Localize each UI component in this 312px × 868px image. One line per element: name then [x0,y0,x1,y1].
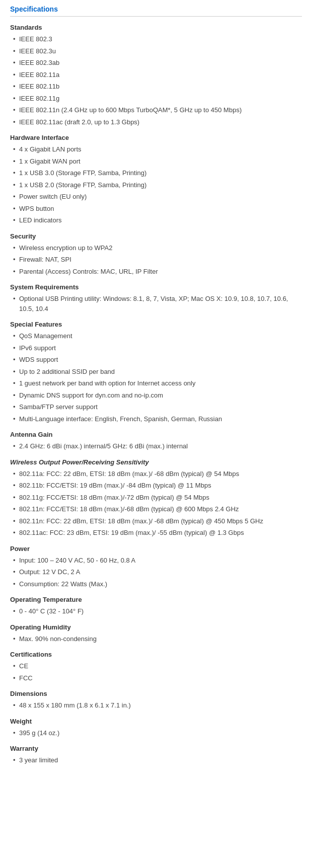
section-warranty: Warranty3 year limited [10,745,302,765]
section-list-system-requirements: Optional USB Printing utility: Windows: … [10,294,302,313]
list-item: 1 x Gigabit WAN port [10,156,302,167]
section-operating-humidity: Operating HumidityMax. 90% non-condensin… [10,623,302,644]
section-list-certifications: CEFCC [10,661,302,683]
section-special-features: Special FeaturesQoS ManagementIPv6 suppo… [10,321,302,424]
list-item: Consumption: 22 Watts (Max.) [10,579,302,589]
list-item: IEEE 802.3ab [10,58,302,68]
list-item: IEEE 802.11b [10,82,302,92]
section-power: PowerInput: 100 – 240 V AC, 50 - 60 Hz, … [10,545,302,589]
section-wireless-output: Wireless Output Power/Receiving Sensitiv… [10,458,302,538]
page-container: Specifications StandardsIEEE 802.3IEEE 8… [0,0,312,782]
section-list-power: Input: 100 – 240 V AC, 50 - 60 Hz, 0.8 A… [10,556,302,589]
list-item: IEEE 802.3u [10,46,302,56]
list-item: 802.11g: FCC/ETSI: 18 dBm (max.)/-72 dBm… [10,493,302,503]
list-item: Power switch (EU only) [10,192,302,202]
list-item: 4 x Gigabit LAN ports [10,144,302,154]
sections-container: StandardsIEEE 802.3IEEE 802.3uIEEE 802.3… [10,24,302,765]
section-title-wireless-output: Wireless Output Power/Receiving Sensitiv… [10,458,302,466]
section-title-dimensions: Dimensions [10,690,302,697]
section-list-dimensions: 48 x 155 x 180 mm (1.8 x 6.1 x 7.1 in.) [10,700,302,711]
list-item: Max. 90% non-condensing [10,634,302,644]
list-item: LED indicators [10,215,302,225]
list-item: Input: 100 – 240 V AC, 50 - 60 Hz, 0.8 A [10,556,302,566]
list-item: FCC [10,673,302,683]
list-item: Optional USB Printing utility: Windows: … [10,294,302,313]
section-list-warranty: 3 year limited [10,755,302,765]
section-list-standards: IEEE 802.3IEEE 802.3uIEEE 802.3abIEEE 80… [10,34,302,127]
list-item: 0 - 40° C (32 - 104° F) [10,606,302,616]
list-item: 802.11ac: FCC: 23 dBm, ETSI: 19 dBm (max… [10,528,302,538]
section-standards: StandardsIEEE 802.3IEEE 802.3uIEEE 802.3… [10,24,302,127]
list-item: 802.11a: FCC: 22 dBm, ETSI: 18 dBm (max.… [10,469,302,479]
list-item: 1 guest network per band with option for… [10,378,302,388]
list-item: Up to 2 additional SSID per band [10,367,302,377]
section-list-weight: 395 g (14 oz.) [10,728,302,738]
section-list-antenna-gain: 2.4 GHz: 6 dBi (max.) internal/5 GHz: 6 … [10,441,302,451]
section-list-special-features: QoS ManagementIPv6 supportWDS supportUp … [10,331,302,424]
section-title-antenna-gain: Antenna Gain [10,431,302,438]
section-dimensions: Dimensions48 x 155 x 180 mm (1.8 x 6.1 x… [10,690,302,711]
list-item: 802.11n: FCC: 22 dBm, ETSI: 18 dBm (max.… [10,516,302,526]
list-item: IEEE 802.11n (2.4 GHz up to 600 Mbps Tur… [10,105,302,115]
list-item: CE [10,661,302,671]
section-title-security: Security [10,232,302,240]
section-title-special-features: Special Features [10,321,302,328]
list-item: IEEE 802.11g [10,94,302,104]
list-item: IEEE 802.11ac (draft 2.0, up to 1.3 Gbps… [10,117,302,127]
page-title: Specifications [10,5,302,17]
section-list-wireless-output: 802.11a: FCC: 22 dBm, ETSI: 18 dBm (max.… [10,469,302,538]
section-title-hardware-interface: Hardware Interface [10,134,302,141]
section-title-system-requirements: System Requirements [10,283,302,291]
list-item: 802.11n: FCC/ETSI: 18 dBm (max.)/-68 dBm… [10,504,302,514]
list-item: WDS support [10,355,302,365]
list-item: Wireless encryption up to WPA2 [10,243,302,253]
list-item: Parental (Access) Controls: MAC, URL, IP… [10,267,302,277]
list-item: IEEE 802.11a [10,70,302,80]
list-item: Multi-Language interface: English, Frenc… [10,414,302,424]
list-item: 802.11b: FCC/ETSI: 19 dBm (max.)/ -84 dB… [10,481,302,491]
list-item: Firewall: NAT, SPI [10,255,302,265]
section-antenna-gain: Antenna Gain2.4 GHz: 6 dBi (max.) intern… [10,431,302,451]
section-security: SecurityWireless encryption up to WPA2Fi… [10,232,302,277]
list-item: 48 x 155 x 180 mm (1.8 x 6.1 x 7.1 in.) [10,700,302,711]
section-title-warranty: Warranty [10,745,302,752]
section-title-certifications: Certifications [10,651,302,658]
list-item: QoS Management [10,331,302,341]
section-title-weight: Weight [10,718,302,725]
list-item: IPv6 support [10,343,302,353]
section-operating-temperature: Operating Temperature0 - 40° C (32 - 104… [10,596,302,616]
list-item: 2.4 GHz: 6 dBi (max.) internal/5 GHz: 6 … [10,441,302,451]
section-title-standards: Standards [10,24,302,31]
section-system-requirements: System RequirementsOptional USB Printing… [10,283,302,313]
list-item: WPS button [10,204,302,214]
section-list-hardware-interface: 4 x Gigabit LAN ports1 x Gigabit WAN por… [10,144,302,225]
list-item: Dynamic DNS support for dyn.com and no-i… [10,390,302,401]
list-item: Samba/FTP server support [10,402,302,412]
section-title-operating-humidity: Operating Humidity [10,623,302,631]
section-title-operating-temperature: Operating Temperature [10,596,302,603]
list-item: 395 g (14 oz.) [10,728,302,738]
section-list-security: Wireless encryption up to WPA2Firewall: … [10,243,302,277]
section-weight: Weight395 g (14 oz.) [10,718,302,738]
list-item: 1 x USB 3.0 (Storage FTP, Samba, Printin… [10,168,302,178]
section-hardware-interface: Hardware Interface4 x Gigabit LAN ports1… [10,134,302,225]
list-item: 3 year limited [10,755,302,765]
section-title-power: Power [10,545,302,553]
section-certifications: CertificationsCEFCC [10,651,302,683]
list-item: Output: 12 V DC, 2 A [10,567,302,577]
list-item: 1 x USB 2.0 (Storage FTP, Samba, Printin… [10,180,302,190]
list-item: IEEE 802.3 [10,34,302,44]
section-list-operating-humidity: Max. 90% non-condensing [10,634,302,644]
section-list-operating-temperature: 0 - 40° C (32 - 104° F) [10,606,302,616]
